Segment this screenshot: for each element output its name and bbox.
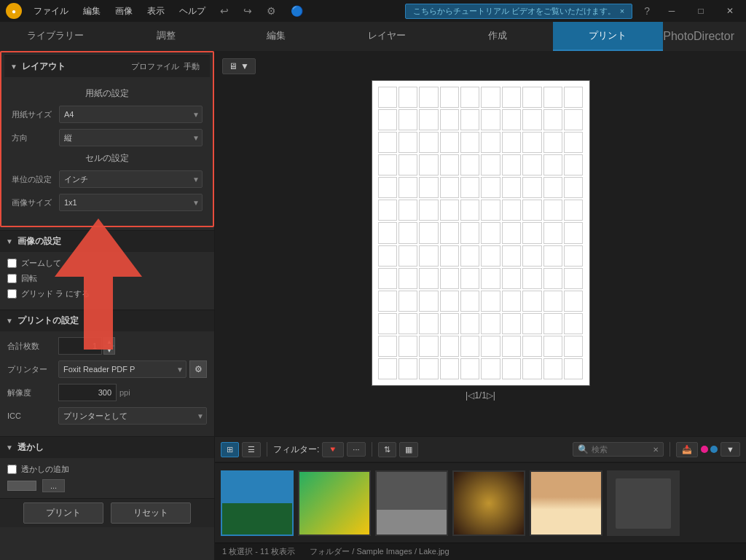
search-clear-icon[interactable]: ✕: [653, 446, 659, 454]
thumbnail-church[interactable]: [375, 470, 448, 536]
watermark-checkbox[interactable]: [7, 465, 17, 474]
grid-cell: [398, 313, 417, 334]
menu-help[interactable]: ヘルプ: [176, 5, 208, 17]
resolution-input[interactable]: [58, 384, 117, 401]
titlebar: ● ファイル 編集 画像 表示 ヘルプ ↩ ↪ ⚙ 🔵 こちらからチュートリアル…: [0, 0, 746, 22]
icc-select[interactable]: プリンターとして: [58, 407, 207, 425]
thumbnail-portrait[interactable]: [530, 470, 602, 536]
tab-layer[interactable]: レイヤー: [331, 22, 442, 51]
watermark-color-swatch[interactable]: [7, 481, 36, 491]
monitor-button[interactable]: 🖥 ▼: [222, 58, 256, 74]
grid-cell: [440, 200, 459, 221]
watermark-content: 透かしの追加 ...: [0, 458, 214, 498]
tab-edit[interactable]: 編集: [221, 22, 331, 51]
tab-library[interactable]: ライブラリー: [0, 22, 111, 51]
total-up-button[interactable]: ▲: [103, 337, 115, 346]
manual-button[interactable]: 手動: [184, 61, 200, 72]
import-button[interactable]: 📥: [676, 442, 698, 457]
printer-select[interactable]: Foxit Reader PDF P: [58, 360, 186, 378]
image-settings-header[interactable]: ▼ 画像の設定: [0, 230, 214, 252]
printer-settings-button[interactable]: ⚙: [189, 360, 207, 378]
menu-view[interactable]: 表示: [144, 5, 168, 17]
unit-select[interactable]: インチ センチ: [59, 170, 203, 188]
grid-cell: [440, 336, 459, 357]
image-size-label: 画像サイズ: [12, 197, 59, 208]
reset-button[interactable]: リセット: [111, 502, 191, 524]
total-input[interactable]: [58, 337, 102, 355]
print-settings-header[interactable]: ▼ プリントの設定: [0, 309, 214, 331]
help-icon[interactable]: ?: [641, 5, 653, 17]
unit-label: 単位の設定: [12, 174, 59, 185]
toolbar-separator-3: [670, 442, 670, 457]
menu-image[interactable]: 画像: [112, 5, 136, 17]
grid-cell: [543, 358, 562, 379]
total-stepper[interactable]: ▲ ▼: [103, 337, 115, 355]
profile-button[interactable]: プロファイル: [131, 61, 179, 72]
tutorial-button[interactable]: こちらからチュートリアル ビデオをご覧いただけます。 ×: [405, 4, 633, 19]
grid-cell: [419, 109, 438, 130]
monitor-arrow-icon: ▼: [240, 61, 249, 71]
grid-cell: [564, 132, 583, 153]
view-icon: ▦: [405, 445, 412, 454]
notification-icon[interactable]: 🔵: [288, 5, 306, 17]
grid-view-button[interactable]: ⊞: [221, 442, 239, 457]
grid-cell: [543, 200, 562, 221]
maximize-button[interactable]: □: [691, 4, 711, 18]
view-options-button[interactable]: ▦: [399, 442, 418, 457]
grid-cell: [522, 200, 541, 221]
tab-print[interactable]: プリント: [553, 22, 664, 51]
print-button[interactable]: プリント: [23, 502, 103, 524]
total-down-button[interactable]: ▼: [103, 346, 115, 355]
thumbnail-extra[interactable]: [607, 470, 680, 536]
grid-checkbox[interactable]: [7, 289, 17, 299]
grid-cell: [378, 291, 397, 312]
resolution-label: 解像度: [7, 387, 58, 398]
tutorial-close-icon[interactable]: ×: [620, 7, 624, 15]
watermark-more-button[interactable]: ...: [42, 479, 65, 492]
thumbnail-spiral[interactable]: [452, 470, 525, 536]
grid-cell: [564, 222, 583, 243]
blue-dot[interactable]: [710, 446, 718, 453]
print-canvas: [372, 80, 590, 386]
grid-cell: [564, 358, 583, 379]
pink-dot[interactable]: [701, 446, 708, 453]
search-input[interactable]: [592, 445, 650, 454]
grid-cell: [522, 154, 541, 176]
grid-cell: [419, 245, 438, 267]
redo-icon[interactable]: ↪: [240, 5, 255, 17]
undo-icon[interactable]: ↩: [217, 5, 232, 17]
rotate-checkbox[interactable]: [7, 274, 17, 283]
layout-section-header[interactable]: ▼ レイアウト プロファイル 手動: [4, 55, 210, 77]
minimize-button[interactable]: ─: [661, 4, 682, 18]
grid-cell: [481, 200, 500, 221]
watermark-section-header[interactable]: ▼ 透かし: [0, 436, 214, 458]
grid-cell: [460, 154, 479, 176]
direction-select[interactable]: 縦 横: [59, 129, 203, 146]
grid-cell: [419, 154, 438, 176]
close-button[interactable]: ✕: [720, 4, 740, 18]
app-title: PhotoDirector: [663, 30, 746, 43]
menu-edit[interactable]: 編集: [80, 5, 103, 17]
filter-button[interactable]: 🔻: [322, 442, 344, 457]
sort-button[interactable]: ⇅: [378, 442, 396, 457]
grid-cell: [522, 336, 541, 357]
tab-adjust[interactable]: 調整: [111, 22, 221, 51]
zoom-checkbox[interactable]: [7, 259, 17, 268]
tab-create[interactable]: 作成: [442, 22, 553, 51]
paper-size-select[interactable]: A4 A3 Letter: [59, 106, 203, 123]
menu-file[interactable]: ファイル: [31, 5, 71, 17]
image-size-select[interactable]: 1x1 2x2 3x3: [59, 194, 203, 211]
paper-size-label: 用紙サイズ: [12, 109, 59, 120]
list-view-button[interactable]: ☰: [242, 442, 261, 457]
folder-status: フォルダー / Sample Images / Lake.jpg: [310, 546, 449, 557]
thumbnail-bike[interactable]: [298, 470, 371, 536]
grid-cell: [440, 268, 459, 289]
thumbnail-strip: [215, 462, 746, 543]
settings-icon[interactable]: ⚙: [264, 5, 279, 17]
layout-arrow-icon: ▼: [10, 63, 17, 71]
thumbnail-lake[interactable]: [221, 470, 294, 536]
direction-label: 方向: [12, 133, 59, 143]
filter-options-button[interactable]: ···: [347, 442, 365, 457]
grid-cell: [460, 358, 479, 379]
more-options-button[interactable]: ▼: [721, 442, 740, 457]
